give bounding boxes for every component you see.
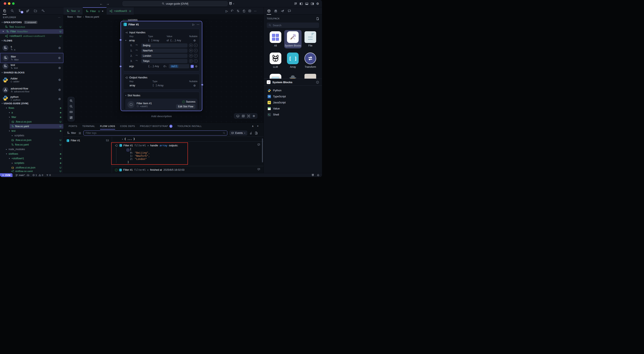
slot-node-item[interactable]: Filter Item #1 +slot#1 ✓Success Edit Slo… <box>125 98 198 110</box>
ports-status[interactable]: 0 <box>46 174 51 176</box>
rerun-icon[interactable] <box>231 10 234 12</box>
run-node-icon[interactable]: ▷ <box>192 23 194 26</box>
handle-gear-icon[interactable]: ⚙ <box>193 84 198 87</box>
compare-icon[interactable] <box>236 10 240 12</box>
tile-all[interactable]: All <box>267 30 284 48</box>
tree-item-slotflows[interactable]: ▾slotflows <box>0 152 64 156</box>
node-more-icon[interactable]: ⋯ <box>197 23 199 26</box>
notifications-bell-icon[interactable] <box>317 174 320 176</box>
publish-view-button[interactable] <box>280 7 285 14</box>
input-row-array[interactable]: ▾ array [ ] Array of {..} Any ⚙ <box>125 38 198 43</box>
tree-item-flows[interactable]: ▾flows <box>0 106 64 110</box>
history-forward-icon[interactable]: → <box>106 2 109 6</box>
close-window-button[interactable] <box>4 2 6 5</box>
block-python[interactable]: Python <box>265 87 321 94</box>
panel-tab-ports[interactable]: PORTS <box>68 123 77 130</box>
tile-array[interactable]: [ ] Array <box>284 51 302 70</box>
tree-item-flow-yaml[interactable]: flow.oo.yamlU <box>10 124 64 129</box>
tree-item-a[interactable]: ▾a <box>0 110 64 115</box>
close-tab-icon[interactable]: × <box>102 10 104 13</box>
string-type-icon[interactable]: “∨ <box>136 60 141 62</box>
tree-item-slotflow1[interactable]: ▾+slotflow#1 <box>0 156 64 161</box>
clear-logs-icon[interactable] <box>250 132 252 135</box>
bunny-assistant-icon[interactable] <box>228 2 232 6</box>
comment-icon[interactable] <box>257 143 260 146</box>
shared-block-adder[interactable]: Adder ◇adder ⚙ <box>0 75 64 85</box>
chat-view-button[interactable] <box>287 7 292 14</box>
add-item-button[interactable]: + <box>189 44 193 47</box>
block-shell[interactable]: >_ Shell <box>265 112 321 118</box>
block-settings-gear-icon[interactable]: ⚙ <box>58 78 61 82</box>
log-collapsed-row[interactable]: ▸ { ... } <box>112 137 264 142</box>
tile-llm[interactable]: LLM <box>267 51 284 70</box>
panel-tab-terminal[interactable]: TERMINAL <box>82 123 95 130</box>
tree-item-scriptlets[interactable]: ▸scriptlets <box>0 133 64 138</box>
close-editor-icon[interactable]: × <box>2 30 5 33</box>
panel-tab-toolpack-install[interactable]: TOOLPACK INSTALL <box>178 123 202 130</box>
focus-frame-icon[interactable] <box>247 114 250 118</box>
add-item-button[interactable]: + <box>189 49 193 52</box>
flow-canvas[interactable]: ✓ Success [ ] Filter #1 ▷ ⋯ <box>64 19 264 122</box>
screen-icon[interactable] <box>236 114 240 118</box>
chevron-down-icon[interactable]: ▾ <box>125 40 129 42</box>
tile-comic[interactable] <box>302 72 319 78</box>
toggle-sidebar-icon[interactable] <box>300 2 303 6</box>
activity-explorer[interactable] <box>2 7 7 14</box>
handle-gear-icon[interactable]: ⚙ <box>193 39 198 42</box>
collapse-json-icon[interactable]: ▼ <box>126 149 129 151</box>
breadcrumb[interactable]: flows filter flow.oo.yaml <box>64 14 264 19</box>
tree-item-filter[interactable]: ▾filter <box>0 115 64 120</box>
info-icon[interactable] <box>316 81 319 84</box>
remove-item-button[interactable]: − <box>194 60 198 62</box>
shared-block-python[interactable]: python ◇python ⚙ <box>0 95 64 101</box>
args-value-input[interactable]: null <box>169 64 189 68</box>
add-description[interactable]: Add description <box>120 115 202 118</box>
canvas-settings-gear-icon[interactable]: ⚙ <box>252 114 255 118</box>
remove-item-button[interactable]: − <box>194 49 198 52</box>
array-item-input[interactable]: NewYork <box>141 48 188 53</box>
input-port-args[interactable] <box>120 65 122 68</box>
remove-item-button[interactable]: − <box>194 54 198 57</box>
events-dropdown[interactable]: Events ∨ <box>230 130 247 136</box>
block-typescript[interactable]: TS TypeScript <box>265 94 321 100</box>
log-json-block[interactable]: ▼[ 0: "Beijing", 1: "NewYork", 2: "Londo… <box>126 148 264 164</box>
tile-transform[interactable]: Transform <box>302 51 319 70</box>
tile-image[interactable] <box>267 72 284 78</box>
minimize-window-button[interactable] <box>8 2 10 5</box>
tree-item-flow-ui-json[interactable]: .flow.ui.oo.jsonU <box>10 120 64 124</box>
tree-item-test[interactable]: ▾test <box>0 129 64 133</box>
open-editor-slotflow3[interactable]: +slotflow#3 slotflows/+slotflow#3 U <box>0 34 64 38</box>
tab-test[interactable]: Test U <box>64 7 83 14</box>
flow-settings-gear-icon[interactable]: ⚙ <box>58 66 61 70</box>
remove-item-button[interactable]: − <box>194 44 198 47</box>
command-center-search[interactable]: usage-guide [OVM] <box>123 1 228 6</box>
explorer-more-icon[interactable]: ⋯ <box>58 16 60 19</box>
breadcrumb-item[interactable]: flows <box>67 16 73 18</box>
activity-folder[interactable] <box>33 7 38 14</box>
maximize-window-button[interactable] <box>12 2 14 5</box>
tree-item-node-modules[interactable]: ▸node_modules <box>0 147 64 152</box>
chevron-down-icon[interactable]: ∨ <box>233 3 234 5</box>
block-settings-gear-icon[interactable]: ⚙ <box>58 88 61 92</box>
array-item-input[interactable]: Beijing <box>141 43 188 48</box>
tree-item-slotflow-ui-json[interactable]: {}.slotflow.ui.oo.jsonU <box>0 165 64 170</box>
export-doc-icon[interactable] <box>242 10 246 12</box>
flow-card-filter[interactable]: filter filter ⚙ <box>0 53 64 63</box>
edit-slot-flow-button[interactable]: Edit Slot Flow <box>176 104 196 109</box>
comment-icon[interactable] <box>257 168 260 171</box>
zoom-out-icon[interactable] <box>70 105 73 108</box>
section-flows[interactable]: ▾ FLOWS <box>0 38 64 43</box>
auto-layout-icon[interactable] <box>70 116 73 119</box>
history-back-icon[interactable]: ← <box>100 2 103 6</box>
string-type-icon[interactable]: “∨ <box>136 44 141 47</box>
new-toolpack-icon[interactable] <box>316 17 319 20</box>
tree-item-slotflow-yaml[interactable]: slotflow.oo.yamlU <box>0 170 64 172</box>
system-blocks-header[interactable]: System Blocks <box>264 78 322 86</box>
zoom-in-icon[interactable] <box>70 99 73 102</box>
collapse-panel-icon[interactable]: ∧ <box>252 125 254 128</box>
chevron-down-icon[interactable]: ▾ <box>125 94 126 96</box>
activity-keys[interactable] <box>41 7 46 14</box>
section-workspace[interactable]: ▾ USAGE-GUIDE [OVM] <box>0 101 64 106</box>
toggle-panel-icon[interactable] <box>305 2 308 6</box>
block-settings-gear-icon[interactable]: ⚙ <box>58 97 61 101</box>
